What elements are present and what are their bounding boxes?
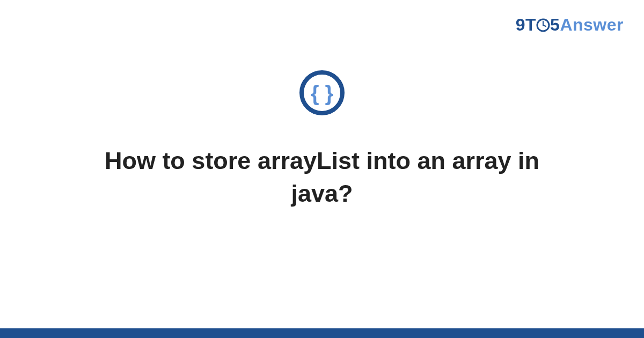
logo-answer: Answer bbox=[560, 15, 624, 34]
logo-clock-icon bbox=[536, 17, 550, 31]
logo-five: 5 bbox=[550, 15, 560, 34]
svg-line-2 bbox=[543, 25, 546, 26]
site-logo: 9T5Answer bbox=[516, 15, 624, 35]
logo-t: T bbox=[525, 15, 536, 34]
svg-text:{ }: { } bbox=[311, 82, 333, 105]
question-title: How to store arrayList into an array in … bbox=[80, 145, 564, 210]
logo-nine: 9 bbox=[516, 15, 525, 34]
code-braces-icon: { } bbox=[299, 70, 345, 116]
footer-bar bbox=[0, 328, 644, 338]
main-content: { } How to store arrayList into an array… bbox=[0, 70, 644, 210]
